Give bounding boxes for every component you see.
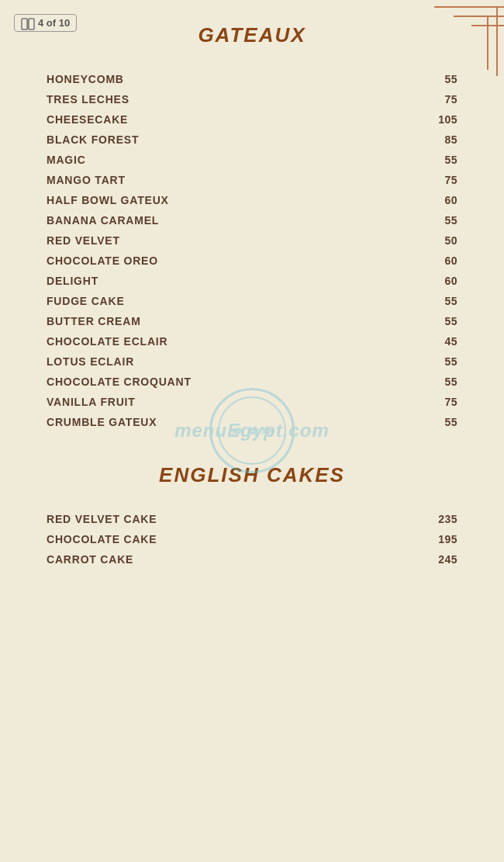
list-item: BLACK FOREST 85 — [47, 130, 457, 150]
item-price: 75 — [444, 174, 457, 186]
item-price: 75 — [444, 396, 457, 408]
list-item: MAGIC 55 — [47, 150, 457, 170]
section-title-english-cakes: ENGLISH CAKES — [47, 463, 457, 487]
list-item: FUDGE CAKE 55 — [47, 291, 457, 311]
deco-line-1 — [434, 6, 504, 8]
item-price: 60 — [444, 275, 457, 287]
item-price: 245 — [438, 553, 457, 566]
item-name: HALF BOWL GATEUX — [47, 194, 169, 206]
item-name: LOTUS ECLAIR — [47, 355, 134, 368]
deco-line-3 — [454, 16, 504, 17]
item-name: MANGO TART — [47, 174, 126, 186]
main-content: GATEAUX HONEYCOMB 55 TRES LECHES 75 CHEE… — [0, 0, 504, 601]
item-price: 55 — [444, 376, 457, 388]
item-name: RED VELVET CAKE — [47, 513, 157, 525]
list-item: RED VELVET 50 — [47, 230, 457, 251]
item-name: CHOCOLATE OREO — [47, 254, 158, 267]
list-item: CHOCOLATE CAKE 195 — [47, 529, 457, 549]
list-item: BUTTER CREAM 55 — [47, 311, 457, 331]
item-price: 105 — [438, 113, 457, 126]
item-name: CHEESECAKE — [47, 113, 128, 126]
item-name: RED VELVET — [47, 234, 120, 247]
page-number: 4 of 10 — [38, 17, 70, 29]
item-name: MAGIC — [47, 154, 86, 166]
list-item: HONEYCOMB 55 — [47, 69, 457, 89]
svg-rect-0 — [22, 19, 27, 29]
item-name: CHOCOLATE CROQUANT — [47, 376, 192, 388]
item-name: BANANA CARAMEL — [47, 214, 159, 227]
item-price: 55 — [444, 355, 457, 368]
list-item: VANILLA FRUIT 75 — [47, 392, 457, 412]
list-item: RED VELVET CAKE 235 — [47, 509, 457, 529]
gateaux-list: HONEYCOMB 55 TRES LECHES 75 CHEESECAKE 1… — [47, 69, 457, 432]
page-badge: 4 of 10 — [14, 14, 77, 32]
deco-line-5 — [471, 25, 504, 26]
list-item: CARROT CAKE 245 — [47, 549, 457, 569]
item-name: CHOCOLATE CAKE — [47, 533, 157, 545]
list-item: CHOCOLATE OREO 60 — [47, 251, 457, 271]
list-item: CHEESECAKE 105 — [47, 109, 457, 130]
item-name: CARROT CAKE — [47, 553, 133, 566]
item-price: 235 — [438, 513, 457, 525]
svg-rect-1 — [29, 19, 34, 29]
english-cakes-list: RED VELVET CAKE 235 CHOCOLATE CAKE 195 C… — [47, 509, 457, 569]
item-price: 55 — [444, 214, 457, 227]
item-price: 75 — [444, 93, 457, 106]
item-name: CRUMBLE GATEUX — [47, 416, 157, 428]
item-price: 195 — [438, 533, 457, 545]
item-price: 55 — [444, 295, 457, 307]
book-icon — [21, 18, 33, 29]
item-price: 55 — [444, 73, 457, 85]
item-name: VANILLA FRUIT — [47, 396, 136, 408]
item-price: 60 — [444, 254, 457, 267]
section-title-gateaux: GATEAUX — [47, 23, 457, 47]
list-item: DELIGHT 60 — [47, 271, 457, 291]
list-item: HALF BOWL GATEUX 60 — [47, 190, 457, 210]
item-name: TRES LECHES — [47, 93, 129, 106]
list-item: TRES LECHES 75 — [47, 89, 457, 109]
list-item: LOTUS ECLAIR 55 — [47, 351, 457, 372]
item-price: 55 — [444, 416, 457, 428]
deco-line-4 — [487, 16, 488, 70]
list-item: CRUMBLE GATEUX 55 — [47, 412, 457, 432]
item-name: BLACK FOREST — [47, 133, 139, 146]
item-price: 85 — [444, 133, 457, 146]
item-price: 50 — [444, 234, 457, 247]
item-price: 55 — [444, 315, 457, 327]
item-price: 60 — [444, 194, 457, 206]
item-name: HONEYCOMB — [47, 73, 124, 85]
item-name: CHOCOLATE ECLAIR — [47, 335, 167, 348]
list-item: MANGO TART 75 — [47, 170, 457, 190]
item-name: BUTTER CREAM — [47, 315, 141, 327]
item-name: DELIGHT — [47, 275, 98, 287]
list-item: CHOCOLATE CROQUANT 55 — [47, 372, 457, 392]
list-item: CHOCOLATE ECLAIR 45 — [47, 331, 457, 351]
list-item: BANANA CARAMEL 55 — [47, 210, 457, 230]
item-price: 45 — [444, 335, 457, 348]
item-name: FUDGE CAKE — [47, 295, 125, 307]
item-price: 55 — [444, 154, 457, 166]
